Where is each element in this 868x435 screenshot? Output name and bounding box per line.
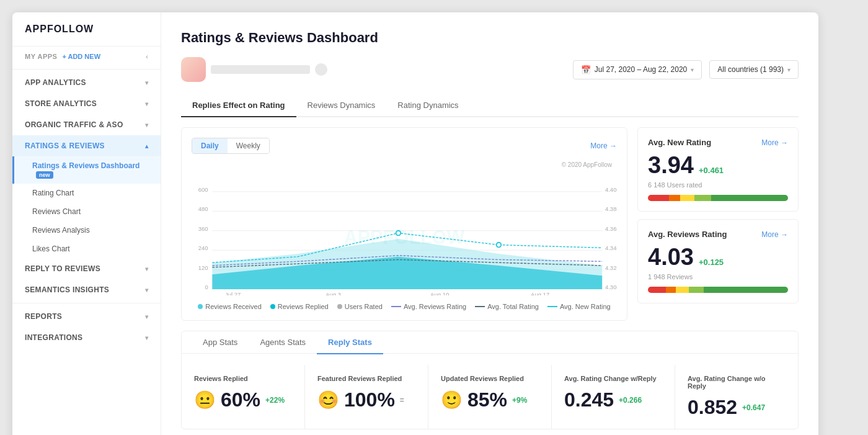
avg-reviews-rating-header: Avg. Reviews Rating More → (648, 230, 788, 239)
svg-text:4.300: 4.300 (605, 284, 617, 290)
tab-reviews-dynamics[interactable]: Reviews Dynamics (296, 94, 387, 117)
stat-emoji-reviews-replied: 😐 (194, 390, 216, 410)
date-chevron-icon: ▾ (691, 66, 694, 73)
avg-reviews-rating-delta: +0.125 (699, 258, 724, 267)
sidebar-item-reports[interactable]: REPORTS ▾ (12, 306, 161, 327)
sidebar-item-app-analytics[interactable]: APP ANALYTICS ▾ (12, 72, 161, 93)
avg-new-rating-value: 3.94 (648, 152, 694, 179)
svg-text:4.380: 4.380 (605, 205, 617, 212)
stat-value-reviews-replied: 60% (221, 388, 260, 411)
chevron-down-icon: ▾ (145, 266, 148, 272)
country-value: All countries (1 993) (717, 65, 784, 74)
avg-new-rating-title: Avg. New Rating (648, 138, 711, 147)
stat-card-updated-replied: Updated Reviews Replied 🙂 85% +9% (428, 365, 552, 429)
chart-area: Daily Weekly More → © 2020 AppFollow 0 (181, 127, 799, 321)
stat-card-avg-rating-no-reply: Avg. Rating Change w/o Reply 0.852 +0.64… (675, 365, 798, 429)
tab-replies-effect[interactable]: Replies Effect on Rating (181, 94, 296, 117)
chart-tabs: Replies Effect on Rating Reviews Dynamic… (181, 94, 799, 117)
svg-text:4.400: 4.400 (605, 186, 617, 193)
app-selector[interactable] (181, 57, 565, 82)
chevron-down-icon: ▾ (145, 334, 148, 341)
date-range-picker[interactable]: 📅 Jul 27, 2020 – Aug 22, 2020 ▾ (573, 60, 702, 79)
sidebar-item-organic-traffic[interactable]: ORGANIC TRAFFIC & ASO ▾ (12, 114, 161, 135)
chevron-down-icon: ▾ (145, 101, 148, 107)
stat-label-featured-replied: Featured Reviews Replied (317, 375, 415, 382)
calendar-icon: 📅 (581, 65, 591, 74)
stat-label-reviews-replied: Reviews Replied (194, 375, 292, 382)
sidebar-sub-item-reviews-chart[interactable]: Reviews Chart (12, 202, 161, 221)
svg-text:480: 480 (198, 205, 208, 212)
svg-text:120: 120 (198, 264, 208, 271)
chart-svg-wrapper: © 2020 AppFollow 0 120 240 360 480 600 (192, 159, 617, 298)
chart-controls: Daily Weekly More → (192, 138, 617, 154)
svg-text:4.340: 4.340 (605, 244, 617, 251)
avg-new-rating-sub: 6 148 Users rated (648, 181, 788, 189)
stat-emoji-featured-replied: 😊 (317, 390, 339, 410)
sidebar-sub-item-rating-chart[interactable]: Rating Chart (12, 184, 161, 202)
app-name-placeholder (211, 65, 310, 74)
logo: APPFOLLOW (12, 12, 161, 47)
svg-text:0: 0 (205, 284, 208, 290)
weekly-toggle-btn[interactable]: Weekly (228, 138, 269, 153)
stat-delta-featured-replied: = (400, 396, 404, 405)
country-chevron-icon: ▾ (787, 66, 790, 73)
stat-emoji-updated-replied: 🙂 (441, 390, 463, 410)
avg-new-rating-header: Avg. New Rating More → (648, 138, 788, 147)
new-badge: new (36, 171, 53, 179)
sidebar-item-semantics-insights[interactable]: SEMANTICS INSIGHTS ▾ (12, 279, 161, 300)
legend-users-rated: Users Rated (337, 303, 383, 310)
sidebar-sub-item-likes-chart[interactable]: Likes Chart (12, 240, 161, 258)
avg-reviews-rating-sub: 1 948 Reviews (648, 273, 788, 280)
sidebar-item-reply-to-reviews[interactable]: REPLY TO REVIEWS ▾ (12, 258, 161, 279)
svg-text:Jul 27: Jul 27 (225, 291, 241, 295)
tab-agents-stats[interactable]: Agents Stats (249, 331, 317, 354)
avg-reviews-rating-more[interactable]: More → (761, 230, 788, 239)
stat-label-updated-replied: Updated Reviews Replied (441, 375, 539, 382)
my-apps-row: MY APPS + ADD NEW ‹ (12, 47, 161, 66)
stat-delta-updated-replied: +9% (512, 396, 527, 405)
stat-delta-reviews-replied: +22% (265, 396, 285, 405)
my-apps-label: MY APPS (25, 53, 57, 60)
avg-new-rating-card: Avg. New Rating More → 3.94 +0.461 6 148… (637, 127, 799, 212)
sidebar-sub-item-reviews-analysis[interactable]: Reviews Analysis (12, 221, 161, 240)
sidebar-item-ratings-reviews[interactable]: RATINGS & REVIEWS ▴ (12, 135, 161, 156)
tab-reply-stats[interactable]: Reply Stats (317, 331, 383, 354)
daily-weekly-toggle[interactable]: Daily Weekly (192, 138, 270, 154)
svg-text:APPFOLLOW: APPFOLLOW (344, 226, 465, 248)
add-new-link[interactable]: + ADD NEW (62, 53, 100, 60)
tab-rating-dynamics[interactable]: Rating Dynamics (386, 94, 469, 117)
main-chart-panel: Daily Weekly More → © 2020 AppFollow 0 (181, 127, 627, 321)
date-range-value: Jul 27, 2020 – Aug 22, 2020 (595, 65, 687, 74)
stat-value-row-avg-rating-reply: 0.245 +0.266 (564, 388, 662, 411)
avg-reviews-rating-bar (648, 287, 788, 293)
my-apps-chevron-icon: ‹ (146, 53, 148, 60)
stats-grid: Reviews Replied 😐 60% +22% Featured Revi… (182, 365, 798, 429)
avg-reviews-rating-title: Avg. Reviews Rating (648, 230, 727, 239)
app-platform-icon (315, 63, 327, 76)
tab-app-stats[interactable]: App Stats (192, 331, 249, 354)
legend-avg-total-rating: Avg. Total Rating (475, 303, 539, 310)
chevron-up-icon: ▴ (145, 143, 148, 150)
stat-value-avg-rating-reply: 0.245 (564, 388, 614, 411)
svg-text:Aug 17: Aug 17 (531, 291, 549, 295)
chevron-down-icon: ▾ (145, 79, 148, 86)
sidebar-sub-item-dashboard[interactable]: Ratings & Reviews Dashboard new (12, 156, 161, 184)
avg-new-rating-value-row: 3.94 +0.461 (648, 152, 788, 179)
avg-new-rating-bar (648, 195, 788, 201)
country-picker[interactable]: All countries (1 993) ▾ (709, 60, 799, 79)
top-bar: 📅 Jul 27, 2020 – Aug 22, 2020 ▾ All coun… (181, 57, 799, 82)
sidebar-item-integrations[interactable]: INTEGRATIONS ▾ (12, 327, 161, 348)
svg-point-20 (497, 243, 502, 248)
daily-toggle-btn[interactable]: Daily (192, 138, 228, 153)
stat-value-updated-replied: 85% (467, 388, 507, 411)
svg-text:Aug 3: Aug 3 (326, 291, 341, 295)
avg-new-rating-more[interactable]: More → (761, 138, 788, 147)
chevron-down-icon: ▾ (145, 287, 148, 294)
chart-more-link[interactable]: More → (590, 141, 617, 150)
chart-legend: Reviews Received Reviews Replied Users R… (192, 303, 617, 310)
chart-svg: 0 120 240 360 480 600 4.300 4.320 4.340 (192, 159, 617, 295)
stat-value-row-updated-replied: 🙂 85% +9% (441, 388, 539, 411)
stats-section: App Stats Agents Stats Reply Stats Revie… (181, 331, 799, 429)
stat-value-row-reviews-replied: 😐 60% +22% (194, 388, 292, 411)
sidebar-item-store-analytics[interactable]: STORE ANALYTICS ▾ (12, 93, 161, 114)
